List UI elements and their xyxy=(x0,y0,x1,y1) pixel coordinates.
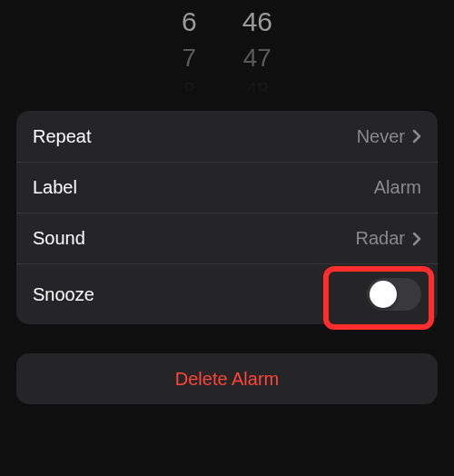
chevron-right-icon xyxy=(412,129,421,144)
label-label: Label xyxy=(33,177,77,198)
delete-card: Delete Alarm xyxy=(16,353,438,404)
hour-option: 7 xyxy=(183,41,197,75)
sound-value: Radar xyxy=(356,228,405,249)
minute-option: 48 xyxy=(245,74,270,108)
label-value: Alarm xyxy=(374,177,421,198)
time-picker[interactable]: 6 7 8 46 47 48 xyxy=(0,0,454,100)
sound-label: Sound xyxy=(33,228,85,249)
delete-alarm-label: Delete Alarm xyxy=(175,369,280,390)
repeat-right: Never xyxy=(357,126,421,147)
repeat-row[interactable]: Repeat Never xyxy=(16,111,438,162)
minute-column[interactable]: 46 47 48 xyxy=(242,5,272,100)
toggle-knob xyxy=(370,281,397,308)
delete-alarm-button[interactable]: Delete Alarm xyxy=(16,353,438,404)
picker-fade xyxy=(0,64,454,100)
chevron-right-icon xyxy=(412,232,421,246)
minute-option: 46 xyxy=(242,5,272,39)
sound-right: Radar xyxy=(356,228,421,249)
alarm-settings-card: Repeat Never Label Alarm Sound Radar Sno… xyxy=(16,111,438,324)
sound-row[interactable]: Sound Radar xyxy=(16,213,438,263)
snooze-right xyxy=(367,278,421,311)
label-right: Alarm xyxy=(374,177,421,198)
minute-option: 47 xyxy=(243,41,271,75)
repeat-value: Never xyxy=(357,126,405,147)
repeat-label: Repeat xyxy=(33,126,92,147)
label-row[interactable]: Label Alarm xyxy=(16,162,438,213)
snooze-row: Snooze xyxy=(16,263,438,324)
snooze-label: Snooze xyxy=(33,284,94,305)
hour-option: 8 xyxy=(183,74,195,108)
hour-option: 6 xyxy=(182,5,197,39)
snooze-toggle[interactable] xyxy=(367,278,421,311)
hour-column[interactable]: 6 7 8 xyxy=(182,5,197,100)
